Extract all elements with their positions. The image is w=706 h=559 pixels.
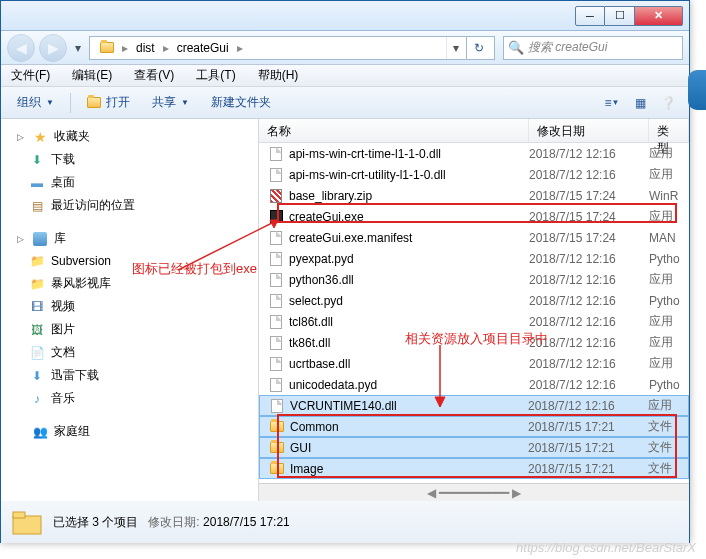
- breadcrumb-sep: ▸: [163, 41, 169, 55]
- file-icon: [270, 168, 282, 182]
- view-options-button[interactable]: ≡ ▼: [599, 92, 625, 114]
- tree-recent[interactable]: ▤最近访问的位置: [1, 194, 258, 217]
- file-list[interactable]: api-ms-win-crt-time-l1-1-0.dll2018/7/12 …: [259, 143, 689, 483]
- file-date: 2018/7/12 12:16: [528, 399, 648, 413]
- file-row[interactable]: base_library.zip2018/7/15 17:24WinR: [259, 185, 689, 206]
- menu-view[interactable]: 查看(V): [130, 65, 178, 86]
- open-button[interactable]: 打开: [79, 90, 138, 115]
- breadcrumb-sep: ▸: [237, 41, 243, 55]
- tree-video[interactable]: 🎞视频: [1, 295, 258, 318]
- col-type[interactable]: 类型: [649, 119, 689, 142]
- file-name: createGui.exe: [285, 210, 529, 224]
- tree-homegroup[interactable]: 👥家庭组: [1, 420, 258, 443]
- tree-documents[interactable]: 📄文档: [1, 341, 258, 364]
- breadcrumb-item-dist[interactable]: dist: [130, 39, 161, 57]
- nav-forward-button[interactable]: ▶: [39, 34, 67, 62]
- file-row[interactable]: tcl86t.dll2018/7/12 12:16应用: [259, 311, 689, 332]
- folder-row[interactable]: Image2018/7/15 17:21文件: [259, 458, 689, 479]
- tree-baofeng[interactable]: 📁暴风影视库: [1, 272, 258, 295]
- file-name: pyexpat.pyd: [285, 252, 529, 266]
- tree-downloads[interactable]: ⬇下载: [1, 148, 258, 171]
- statusbar: 已选择 3 个项目 修改日期: 2018/7/15 17:21: [1, 501, 689, 543]
- file-name: GUI: [286, 441, 528, 455]
- file-date: 2018/7/15 17:21: [528, 420, 648, 434]
- menu-file[interactable]: 文件(F): [7, 65, 54, 86]
- file-icon: [270, 273, 282, 287]
- file-row[interactable]: select.pyd2018/7/12 12:16Pytho: [259, 290, 689, 311]
- file-icon: [270, 231, 282, 245]
- tree-music[interactable]: ♪音乐: [1, 387, 258, 410]
- file-row[interactable]: tk86t.dll2018/7/12 12:16应用: [259, 332, 689, 353]
- file-type: Pytho: [649, 252, 689, 266]
- tree-xunlei[interactable]: ⬇迅雷下载: [1, 364, 258, 387]
- organize-button[interactable]: 组织▼: [9, 90, 62, 115]
- breadcrumb-sep: ▸: [122, 41, 128, 55]
- file-type: 文件: [648, 439, 688, 456]
- file-name: api-ms-win-crt-time-l1-1-0.dll: [285, 147, 529, 161]
- file-type: 应用: [649, 271, 689, 288]
- file-row[interactable]: ucrtbase.dll2018/7/12 12:16应用: [259, 353, 689, 374]
- horizontal-scrollbar[interactable]: ◀ ━━━━━━━━━━ ▶: [259, 483, 689, 501]
- share-button[interactable]: 共享▼: [144, 90, 197, 115]
- file-row[interactable]: pyexpat.pyd2018/7/12 12:16Pytho: [259, 248, 689, 269]
- search-box[interactable]: 🔍 搜索 createGui: [503, 36, 683, 60]
- file-date: 2018/7/15 17:21: [528, 462, 648, 476]
- window-maximize-button[interactable]: ☐: [605, 6, 635, 26]
- file-date: 2018/7/12 12:16: [529, 378, 649, 392]
- file-row[interactable]: python36.dll2018/7/12 12:16应用: [259, 269, 689, 290]
- status-modlabel: 修改日期:: [148, 515, 199, 529]
- file-row[interactable]: VCRUNTIME140.dll2018/7/12 12:16应用: [259, 395, 689, 416]
- file-type: 应用: [648, 397, 688, 414]
- file-row[interactable]: api-ms-win-crt-utility-l1-1-0.dll2018/7/…: [259, 164, 689, 185]
- star-icon: ★: [34, 129, 47, 145]
- file-type: MAN: [649, 231, 689, 245]
- file-date: 2018/7/15 17:24: [529, 210, 649, 224]
- nav-back-button[interactable]: ◀: [7, 34, 35, 62]
- folder-row[interactable]: GUI2018/7/15 17:21文件: [259, 437, 689, 458]
- file-name: select.pyd: [285, 294, 529, 308]
- col-name[interactable]: 名称: [259, 119, 529, 142]
- nav-history-dropdown[interactable]: ▾: [71, 38, 85, 58]
- file-icon: [270, 378, 282, 392]
- open-icon: [87, 97, 101, 108]
- menu-help[interactable]: 帮助(H): [254, 65, 303, 86]
- breadcrumb-dropdown[interactable]: ▾: [446, 37, 464, 59]
- preview-pane-button[interactable]: ▦: [627, 92, 653, 114]
- svg-rect-1: [13, 512, 25, 518]
- side-tab-widget[interactable]: [688, 70, 706, 110]
- tree-favorites[interactable]: ▷★收藏夹: [1, 125, 258, 148]
- file-row[interactable]: unicodedata.pyd2018/7/12 12:16Pytho: [259, 374, 689, 395]
- file-name: base_library.zip: [285, 189, 529, 203]
- file-row[interactable]: createGui.exe2018/7/15 17:24应用: [259, 206, 689, 227]
- window-minimize-button[interactable]: ─: [575, 6, 605, 26]
- file-icon: [270, 315, 282, 329]
- file-name: tk86t.dll: [285, 336, 529, 350]
- titlebar: ─ ☐ ✕: [1, 1, 689, 31]
- menu-edit[interactable]: 编辑(E): [68, 65, 116, 86]
- tree-subversion[interactable]: 📁Subversion: [1, 250, 258, 272]
- tree-desktop[interactable]: ▬桌面: [1, 171, 258, 194]
- folder-icon: [270, 421, 284, 432]
- help-button[interactable]: ❔: [655, 92, 681, 114]
- folder-row[interactable]: Common2018/7/15 17:21文件: [259, 416, 689, 437]
- file-type: 应用: [649, 355, 689, 372]
- file-date: 2018/7/12 12:16: [529, 147, 649, 161]
- tree-libraries[interactable]: ▷库: [1, 227, 258, 250]
- col-date[interactable]: 修改日期: [529, 119, 649, 142]
- file-icon: [270, 336, 282, 350]
- menubar: 文件(F) 编辑(E) 查看(V) 工具(T) 帮助(H): [1, 65, 689, 87]
- window-close-button[interactable]: ✕: [635, 6, 683, 26]
- refresh-button[interactable]: ↻: [466, 37, 490, 59]
- breadcrumb-item-creategui[interactable]: createGui: [171, 39, 235, 57]
- file-pane: 名称 修改日期 类型 api-ms-win-crt-time-l1-1-0.dl…: [259, 119, 689, 501]
- breadcrumb-root-icon[interactable]: [94, 40, 120, 55]
- file-row[interactable]: createGui.exe.manifest2018/7/15 17:24MAN: [259, 227, 689, 248]
- new-folder-button[interactable]: 新建文件夹: [203, 90, 279, 115]
- file-name: unicodedata.pyd: [285, 378, 529, 392]
- library-icon: [33, 232, 47, 246]
- menu-tools[interactable]: 工具(T): [192, 65, 239, 86]
- breadcrumb[interactable]: ▸ dist ▸ createGui ▸ ▾ ↻: [89, 36, 495, 60]
- file-type: 文件: [648, 460, 688, 477]
- tree-pictures[interactable]: 🖼图片: [1, 318, 258, 341]
- file-row[interactable]: api-ms-win-crt-time-l1-1-0.dll2018/7/12 …: [259, 143, 689, 164]
